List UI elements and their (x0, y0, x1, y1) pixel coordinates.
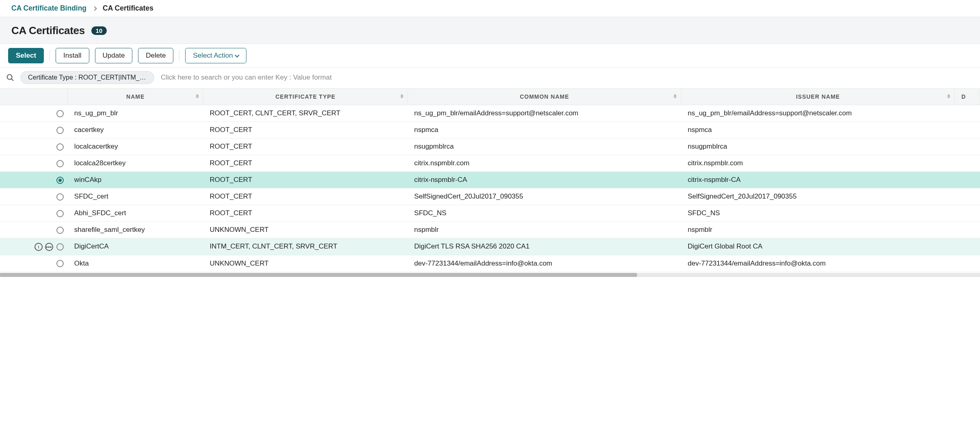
cell-name: Okta (68, 255, 203, 272)
cell-common: ns_ug_pm_blr/emailAddress=support@netsca… (408, 105, 681, 122)
cell-common: nspmblr (408, 222, 681, 238)
row-actions-cell (0, 155, 68, 172)
table-row[interactable]: cacertkeyROOT_CERTnspmcanspmca (0, 122, 980, 138)
cell-name: winCAkp (68, 172, 203, 188)
cell-type: ROOT_CERT (203, 122, 408, 138)
cell-common: nsugpmblrca (408, 138, 681, 155)
select-action-label: Select Action (193, 52, 233, 60)
table-row[interactable]: localcacertkeyROOT_CERTnsugpmblrcansugpm… (0, 138, 980, 155)
table-row[interactable]: ns_ug_pm_blrROOT_CERT, CLNT_CERT, SRVR_C… (0, 105, 980, 122)
sort-icon (196, 94, 199, 98)
search-icon[interactable] (6, 73, 15, 82)
row-select-radio[interactable] (56, 243, 64, 251)
filter-chip-certificate-type[interactable]: Certificate Type : ROOT_CERT|INTM_CE… (20, 71, 154, 84)
update-button[interactable]: Update (95, 48, 133, 63)
cell-days (955, 138, 980, 155)
cell-days (955, 222, 980, 238)
scrollbar-thumb[interactable] (0, 273, 637, 277)
cell-common: DigiCert TLS RSA SHA256 2020 CA1 (408, 238, 681, 255)
cell-common: SFDC_NS (408, 205, 681, 222)
search-bar: Certificate Type : ROOT_CERT|INTM_CE… (0, 68, 980, 88)
row-select-radio[interactable] (56, 160, 64, 167)
row-select-radio[interactable] (56, 210, 64, 217)
info-icon[interactable]: i (35, 243, 43, 251)
column-header-issuer-name[interactable]: ISSUER NAME (681, 89, 955, 105)
cell-issuer: citrix-nspmblr-CA (681, 172, 955, 188)
install-button[interactable]: Install (56, 48, 89, 63)
column-header-certificate-type[interactable]: CERTIFICATE TYPE (203, 89, 408, 105)
cell-issuer: ns_ug_pm_blr/emailAddress=support@netsca… (681, 105, 955, 122)
cell-issuer: nsugpmblrca (681, 138, 955, 155)
cell-type: ROOT_CERT (203, 188, 408, 205)
row-select-radio[interactable] (56, 143, 64, 151)
row-select-radio[interactable] (56, 227, 64, 234)
svg-line-1 (11, 79, 13, 80)
sort-icon (400, 94, 404, 98)
delete-button[interactable]: Delete (138, 48, 173, 63)
cell-issuer: dev-77231344/emailAddress=info@okta.com (681, 255, 955, 272)
column-header-days[interactable]: D (955, 89, 980, 105)
chevron-down-icon (235, 53, 239, 57)
row-select-radio[interactable] (56, 260, 64, 267)
table-row[interactable]: sharefile_saml_certkeyUNKNOWN_CERTnspmbl… (0, 222, 980, 238)
cell-days (955, 205, 980, 222)
horizontal-scrollbar[interactable] (0, 273, 980, 277)
table-row[interactable]: winCAkpROOT_CERTcitrix-nspmblr-CAcitrix-… (0, 172, 980, 188)
table-row[interactable]: i•••DigiCertCAINTM_CERT, CLNT_CERT, SRVR… (0, 238, 980, 255)
cell-common: SelfSignedCert_20Jul2017_090355 (408, 188, 681, 205)
cell-issuer: SelfSignedCert_20Jul2017_090355 (681, 188, 955, 205)
cell-issuer: citrix.nspmblr.com (681, 155, 955, 172)
sort-icon (673, 94, 677, 98)
cell-type: UNKNOWN_CERT (203, 222, 408, 238)
search-input[interactable] (160, 71, 974, 84)
cell-common: citrix-nspmblr-CA (408, 172, 681, 188)
separator (50, 50, 50, 61)
cell-type: UNKNOWN_CERT (203, 255, 408, 272)
select-button[interactable]: Select (8, 48, 44, 63)
data-grid: NAME CERTIFICATE TYPE COMMON NAME ISSUER… (0, 88, 980, 272)
title-bar: CA Certificates 10 (0, 17, 980, 44)
breadcrumb-current: CA Certificates (103, 4, 153, 13)
column-header-actions (0, 89, 68, 105)
cell-days (955, 238, 980, 255)
table-row[interactable]: localca28certkeyROOT_CERTcitrix.nspmblr.… (0, 155, 980, 172)
row-actions-cell (0, 105, 68, 122)
row-actions-cell (0, 255, 68, 272)
select-action-button[interactable]: Select Action (185, 48, 246, 63)
column-header-common-name[interactable]: COMMON NAME (408, 89, 681, 105)
cell-issuer: nspmblr (681, 222, 955, 238)
toolbar: Select Install Update Delete Select Acti… (0, 44, 980, 68)
table-row[interactable]: SFDC_certROOT_CERTSelfSignedCert_20Jul20… (0, 188, 980, 205)
row-actions-cell (0, 122, 68, 138)
row-actions-cell (0, 138, 68, 155)
more-icon[interactable]: ••• (45, 243, 53, 251)
row-select-radio[interactable] (56, 110, 64, 117)
row-select-radio[interactable] (56, 193, 64, 201)
separator (179, 50, 179, 61)
cell-name: DigiCertCA (68, 238, 203, 255)
row-select-radio[interactable] (56, 127, 64, 134)
cell-name: cacertkey (68, 122, 203, 138)
breadcrumb: CA Certificate Binding CA Certificates (0, 0, 980, 17)
row-actions-cell (0, 188, 68, 205)
page-title: CA Certificates (11, 24, 85, 37)
cell-name: Abhi_SFDC_cert (68, 205, 203, 222)
cell-days (955, 155, 980, 172)
count-badge: 10 (91, 26, 107, 35)
cell-days (955, 172, 980, 188)
cell-days (955, 188, 980, 205)
cell-name: SFDC_cert (68, 188, 203, 205)
table-row[interactable]: OktaUNKNOWN_CERTdev-77231344/emailAddres… (0, 255, 980, 272)
row-select-radio[interactable] (56, 177, 64, 184)
cell-name: sharefile_saml_certkey (68, 222, 203, 238)
breadcrumb-parent[interactable]: CA Certificate Binding (11, 4, 86, 13)
table-row[interactable]: Abhi_SFDC_certROOT_CERTSFDC_NSSFDC_NS (0, 205, 980, 222)
cell-type: ROOT_CERT (203, 172, 408, 188)
cell-type: INTM_CERT, CLNT_CERT, SRVR_CERT (203, 238, 408, 255)
cell-issuer: DigiCert Global Root CA (681, 238, 955, 255)
column-header-name[interactable]: NAME (68, 89, 203, 105)
cell-days (955, 122, 980, 138)
cell-name: ns_ug_pm_blr (68, 105, 203, 122)
cell-name: localca28certkey (68, 155, 203, 172)
cell-common: nspmca (408, 122, 681, 138)
